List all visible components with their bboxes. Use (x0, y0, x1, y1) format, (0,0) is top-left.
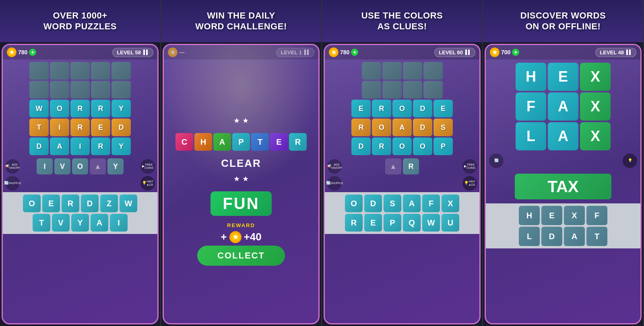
tax-text: TAX (547, 178, 578, 196)
bottom-controls-1: 📢ADSON/OFF I V O ▲ Y ▶FREECOINS (3, 157, 157, 176)
panel-4-header: DISCOVER WORDS ON OR OFFLINE! (483, 0, 643, 42)
shuffle-btn-1[interactable]: 🔄SHUFFLE (5, 176, 20, 191)
shuffle-btn-3[interactable]: 🔄SHUFFLE (327, 176, 342, 191)
add-coins-btn-1[interactable]: + (29, 49, 36, 56)
level-text-3: LEVEL 60 (439, 49, 463, 55)
plus-sign: + (221, 231, 227, 243)
tray-tile[interactable]: L (519, 227, 540, 246)
letter-tile[interactable]: O (72, 158, 88, 174)
tray-tile[interactable]: U (442, 214, 459, 232)
grid-row-tired: T I R E D (6, 119, 154, 136)
big-cell: A (548, 122, 578, 150)
add-coins-btn-4[interactable]: + (512, 49, 519, 56)
pause-icon-4[interactable] (626, 49, 632, 55)
level-badge-4: LEVEL 48 (595, 48, 636, 57)
grid-cell: E (433, 100, 453, 117)
panel-3-phone: ★ 780 + LEVEL 60 (324, 44, 481, 324)
pause-icon-3[interactable] (465, 49, 471, 55)
grid-cell: O (413, 137, 432, 155)
big-cell: H (516, 63, 546, 91)
bottom-controls-3: 📢ADSON/OFF ▲ R ▶FREECOINS (325, 157, 479, 176)
letter-tile-r[interactable]: R (403, 158, 419, 174)
grid-cell (403, 81, 422, 98)
grid-cell (382, 81, 402, 98)
grid-cell (91, 62, 110, 80)
tray-tile[interactable]: D (81, 195, 99, 212)
tray-tile[interactable]: O (345, 195, 363, 212)
panel-2-header: WIN THE DAILY WORD CHALLENGE! (161, 0, 321, 42)
tray-tile[interactable]: R (62, 195, 79, 212)
tray-tile[interactable]: A (91, 214, 108, 232)
chapter-tile-e: E (270, 133, 288, 151)
free-coins-btn-1[interactable]: ▶FREECOINS (140, 159, 155, 174)
reward-amount: + ★ +40 (221, 231, 261, 243)
tray-tile[interactable]: Z (100, 195, 118, 212)
level-badge-3: LEVEL 60 (434, 48, 475, 57)
chapter-tile-a: A (213, 133, 231, 151)
tray-tile[interactable]: E (42, 195, 60, 212)
pause-icon-2[interactable] (304, 49, 310, 55)
tray-tile[interactable]: P (384, 214, 401, 232)
letter-tile[interactable]: I (37, 158, 53, 174)
tray-tile[interactable]: D (364, 195, 382, 212)
hint-btn-3[interactable]: 💡HINT●120 (462, 176, 477, 191)
top-bar-3: ★ 780 + LEVEL 60 (325, 45, 479, 59)
tray-tile[interactable]: T (33, 214, 50, 232)
tray-tile[interactable]: Y (71, 214, 89, 232)
tray-tile[interactable]: T (586, 227, 607, 246)
tray-tile[interactable]: A (403, 195, 421, 212)
tray-tile[interactable]: E (364, 214, 382, 232)
reward-section: REWARD + ★ +40 COLLECT (197, 222, 285, 266)
stars-mid: ★ ★ (233, 174, 249, 183)
star-2: ★ (242, 116, 249, 125)
grid-cell (111, 62, 131, 80)
tray-tile[interactable]: E (541, 206, 562, 225)
tray-tile[interactable]: X (442, 195, 459, 212)
hint-btn-1[interactable]: 💡HINT●120 (140, 176, 155, 191)
letter-tile[interactable]: Y (107, 158, 124, 174)
collect-label: COLLECT (217, 250, 265, 260)
tray-tile[interactable]: D (541, 227, 562, 246)
star-icon-3: ★ (329, 47, 339, 57)
tray-tile[interactable]: W (422, 214, 440, 232)
grid-cell: I (50, 119, 69, 136)
grid-cell: D (413, 119, 432, 136)
word-grid-3: E R O D E R O A D S D R O O P (325, 59, 479, 157)
ads-toggle-btn-3[interactable]: 📢ADSON/OFF (327, 159, 342, 174)
collect-button[interactable]: COLLECT (197, 246, 285, 266)
free-coins-btn-3[interactable]: ▶FREECOINS (462, 159, 477, 174)
current-word-3: ▲ R (343, 158, 461, 174)
grid-cell: O (392, 100, 412, 117)
tray-tile[interactable]: V (52, 214, 70, 232)
tray-tile[interactable]: W (120, 195, 137, 212)
big-cell: X (580, 92, 611, 121)
tray-tile[interactable]: F (586, 206, 607, 225)
panel-2-phone: ★ --- LEVEL 1 ★ ★ C H A P T E R (163, 44, 320, 324)
tray-tile[interactable]: F (422, 195, 440, 212)
star-icon-1: ★ (7, 47, 17, 57)
hint-btn-4[interactable]: 💡 (623, 154, 637, 168)
tray-tile[interactable]: X (564, 206, 585, 225)
letter-tray-3: O D S A F X R E P Q W U (325, 192, 479, 234)
panel-1-phone: ★ 780 + LEVEL 58 (2, 44, 159, 324)
add-coins-btn-3[interactable]: + (351, 49, 358, 56)
pause-icon-1[interactable] (143, 49, 149, 55)
tray-tile[interactable]: O (23, 195, 41, 212)
tray-tile[interactable]: A (564, 227, 585, 246)
tray-tile[interactable]: S (384, 195, 401, 212)
word-grid-1: W O R R Y T I R E D D A I R Y (3, 59, 157, 157)
letter-tile[interactable]: V (54, 158, 70, 174)
coins-value-4: 700 (501, 49, 510, 55)
chapter-tile-c: C (175, 133, 193, 151)
ads-toggle-btn-1[interactable]: 📢ADSON/OFF (5, 159, 20, 174)
grid-cell: R (372, 137, 391, 155)
star-icon-4: ★ (490, 47, 500, 57)
tray-tile[interactable]: R (345, 214, 363, 232)
panel-1-title: OVER 1000+ WORD PUZZLES (43, 10, 117, 32)
tray-tile[interactable]: H (519, 206, 540, 225)
coins-value-1: 780 (18, 49, 27, 55)
grid-cell: E (91, 119, 110, 136)
tray-tile[interactable]: I (110, 214, 128, 232)
tray-tile[interactable]: Q (403, 214, 421, 232)
shuffle-btn-4[interactable]: 🔄 (489, 154, 504, 168)
